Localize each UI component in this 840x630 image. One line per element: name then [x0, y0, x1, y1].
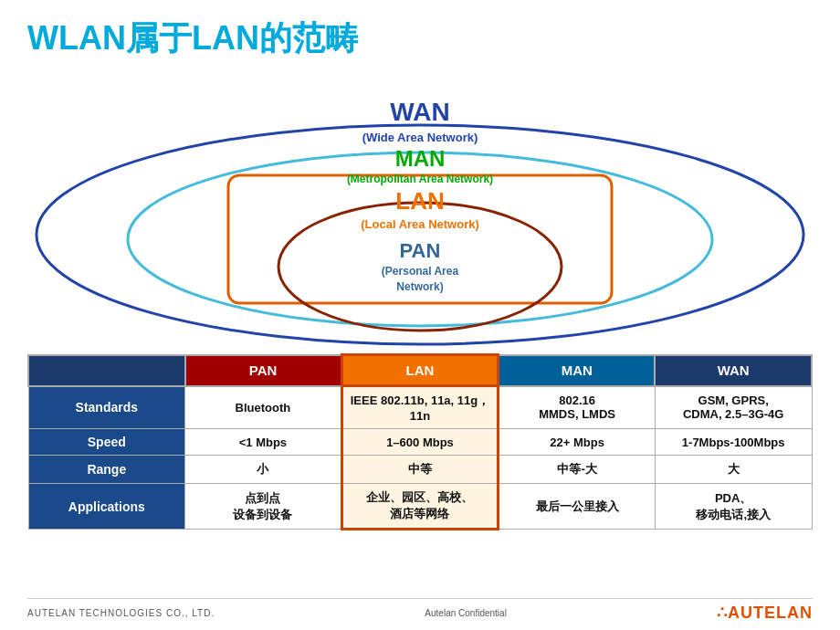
- diagram-area: WAN (Wide Area Network) MAN (Metropolita…: [27, 70, 813, 353]
- cell-lan-0: IEEE 802.11b, 11a, 11g，11n: [341, 386, 499, 429]
- cell-man-0: 802.16 MMDS, LMDS: [499, 386, 656, 429]
- cell-wan-1: 1-7Mbps-100Mbps: [655, 429, 812, 456]
- row-header-3: Applications: [28, 484, 185, 530]
- row-header-0: Standards: [28, 386, 185, 429]
- footer-confidential: Autelan Confidential: [425, 608, 507, 618]
- col-header-lan: LAN: [341, 355, 499, 386]
- man-sublabel: (Metropolitan Area Network): [347, 173, 493, 185]
- row-header-2: Range: [28, 456, 185, 484]
- row-header-1: Speed: [28, 429, 185, 456]
- cell-wan-3: PDA、 移动电话,接入: [655, 484, 812, 530]
- col-header-man: MAN: [499, 355, 656, 386]
- cell-wan-0: GSM, GPRS, CDMA, 2.5–3G-4G: [655, 386, 812, 429]
- cell-man-2: 中等-大: [499, 456, 656, 484]
- pan-sublabel2: Network): [396, 280, 443, 293]
- footer: AUTELAN TECHNOLOGIES CO., LTD. Autelan C…: [27, 598, 813, 623]
- col-header-empty: [28, 355, 185, 386]
- wan-label: WAN: [390, 98, 449, 126]
- comparison-table: PAN LAN MAN WAN StandardsBluetoothIEEE 8…: [27, 353, 813, 530]
- pan-sublabel: (Personal Area: [382, 265, 459, 278]
- slide: WLAN属于LAN的范畴 WAN (Wide Area Network) MAN…: [0, 0, 840, 630]
- pan-label: PAN: [400, 239, 441, 262]
- page-title: WLAN属于LAN的范畴: [27, 16, 813, 61]
- col-header-pan: PAN: [185, 355, 342, 386]
- cell-man-3: 最后一公里接入: [499, 484, 656, 530]
- footer-company: AUTELAN TECHNOLOGIES CO., LTD.: [27, 608, 215, 618]
- cell-lan-3: 企业、园区、高校、 酒店等网络: [341, 484, 499, 530]
- cell-lan-1: 1–600 Mbps: [341, 429, 499, 456]
- cell-lan-2: 中等: [341, 456, 499, 484]
- logo-arrow: ∴: [717, 604, 728, 622]
- cell-pan-1: <1 Mbps: [185, 429, 342, 456]
- cell-pan-0: Bluetooth: [185, 386, 342, 429]
- cell-wan-2: 大: [655, 456, 812, 484]
- cell-man-1: 22+ Mbps: [499, 429, 656, 456]
- lan-label: LAN: [395, 187, 444, 215]
- col-header-wan: WAN: [655, 355, 812, 386]
- network-diagram: WAN (Wide Area Network) MAN (Metropolita…: [27, 70, 813, 353]
- footer-logo: ∴AUTELAN: [717, 603, 813, 623]
- cell-pan-2: 小: [185, 456, 342, 484]
- cell-pan-3: 点到点 设备到设备: [185, 484, 342, 530]
- wan-sublabel: (Wide Area Network): [362, 131, 478, 144]
- man-label: MAN: [395, 146, 446, 171]
- lan-sublabel: (Local Area Network): [361, 217, 479, 231]
